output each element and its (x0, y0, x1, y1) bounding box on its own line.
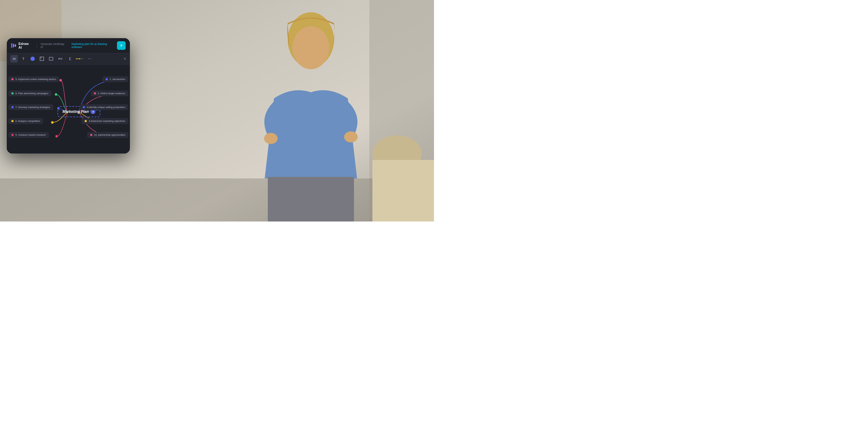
svg-point-22 (79, 58, 80, 59)
header-divider (37, 43, 37, 48)
brand-name: Edraw AI (19, 42, 32, 49)
node-3[interactable]: 3.Identify unique selling proposition (80, 104, 128, 110)
line-style-button[interactable] (75, 55, 84, 62)
color-picker-button[interactable] (29, 55, 36, 62)
node-2[interactable]: 2. Define target audience (91, 90, 128, 96)
node-10-label: 10. partnership opportunities (94, 133, 125, 136)
branch-tool-button[interactable] (66, 55, 73, 62)
plus-icon: + (92, 110, 94, 114)
svg-point-25 (55, 93, 57, 96)
node-9-label: 9. Implement online marketing tactics (16, 78, 56, 81)
svg-point-24 (59, 79, 62, 82)
app-card: Edraw AI Generate mindmap of Marketing p… (7, 38, 130, 154)
generate-prefix-text: Generate mindmap of (41, 42, 65, 49)
text-tool-label: T (23, 57, 24, 61)
node-2-dot (94, 92, 96, 94)
node-9[interactable]: 9. Implement online marketing tactics (8, 76, 59, 82)
node-10-dot (90, 134, 92, 136)
node-6-label: 6. Analyze competition (16, 120, 40, 122)
svg-point-5 (292, 26, 329, 69)
node-1-dot (105, 78, 108, 80)
node-8-label: 8. Plan advertising campaigns (16, 92, 48, 95)
ai-tool-label: AI (13, 57, 16, 60)
branch-icon (67, 57, 72, 61)
more-icon: ··· (88, 57, 91, 61)
node-7-dot (11, 106, 13, 108)
svg-line-19 (69, 58, 71, 58)
node-1-label: 1. Introduction (110, 78, 125, 81)
node-3-label: 3.Identify unique selling proposition (87, 106, 125, 108)
mindmap-area: Marketing Plan + 9. Implement online mar… (7, 65, 130, 154)
close-button[interactable]: ✕ (123, 57, 126, 61)
node-4-label: 4.Determine marketing objectives (89, 120, 125, 122)
svg-line-20 (69, 59, 71, 60)
svg-point-14 (59, 58, 60, 59)
center-node-label: Marketing Plan (62, 109, 89, 114)
svg-point-6 (264, 133, 278, 144)
svg-rect-3 (0, 179, 434, 222)
node-5-label: 5. Conduct market research (16, 133, 46, 136)
svg-rect-12 (41, 58, 41, 59)
node-7[interactable]: 7. Develop marketing strategies (8, 104, 53, 110)
node-3-dot (83, 106, 85, 108)
node-5[interactable]: 5. Conduct market research (8, 132, 49, 138)
svg-rect-13 (49, 57, 53, 60)
svg-point-27 (51, 121, 54, 124)
edraw-logo (11, 43, 16, 48)
dash-line-icon (76, 58, 84, 60)
logo-bar-2 (13, 44, 14, 48)
node-6[interactable]: 6. Analyze competition (8, 118, 43, 124)
close-icon: ✕ (123, 57, 126, 61)
node-10[interactable]: 10. partnership opportunities (87, 132, 128, 138)
node-6-dot (11, 120, 13, 122)
generate-topic-text: Marketing plan for ai drawing software (71, 42, 115, 49)
frame-icon (40, 57, 44, 61)
node-4[interactable]: 4.Determine marketing objectives (82, 118, 128, 124)
node-5-dot (11, 134, 13, 136)
shape-tool-button[interactable] (38, 55, 45, 62)
more-button[interactable]: ··· (86, 55, 94, 62)
svg-rect-10 (372, 160, 434, 222)
svg-rect-8 (268, 177, 354, 222)
svg-point-28 (55, 135, 58, 137)
node-8-dot (11, 92, 13, 94)
svg-point-15 (61, 58, 62, 59)
send-button[interactable]: ✈ (117, 41, 126, 50)
ai-tool-button[interactable]: AI (10, 55, 18, 62)
rect-icon (49, 57, 53, 61)
page-wrapper: Edraw AI Generate mindmap of Marketing p… (0, 0, 434, 222)
node-1[interactable]: 1. Introduction (102, 76, 128, 82)
svg-rect-11 (40, 57, 44, 61)
connect-tool-button[interactable] (57, 55, 64, 62)
connect-icon (58, 57, 62, 61)
node-8[interactable]: 8. Plan advertising campaigns (8, 90, 52, 96)
node-2-label: 2. Define target audience (98, 92, 125, 95)
svg-point-7 (344, 131, 358, 143)
color-dot (30, 57, 35, 61)
text-tool-button[interactable]: T (20, 55, 27, 62)
send-icon: ✈ (120, 43, 123, 48)
logo-bar-1 (11, 43, 12, 48)
logo-bar-3 (15, 44, 16, 47)
rect-tool-button[interactable] (48, 55, 55, 62)
card-header: Edraw AI Generate mindmap of Marketing p… (7, 38, 130, 53)
node-9-dot (11, 78, 13, 80)
toolbar: AI T (7, 53, 130, 65)
node-7-label: 7. Develop marketing strategies (16, 106, 50, 108)
node-4-dot (85, 120, 87, 122)
